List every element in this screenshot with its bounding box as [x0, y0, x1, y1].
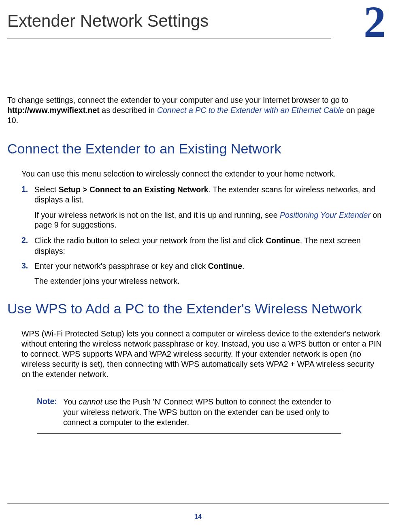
step-text: Select Setup > Connect to an Existing Ne… — [34, 185, 382, 205]
step3-sub: The extender joins your wireless network… — [34, 276, 382, 286]
step1-sub: If your wireless network is not on the l… — [34, 210, 382, 230]
note-text: You cannot use the Push 'N' Connect WPS … — [63, 397, 341, 428]
step3-bold: Continue — [208, 262, 242, 270]
intro-text-mid: as described in — [100, 106, 157, 115]
chapter-number: 2 — [364, 2, 386, 42]
step2-bold: Continue — [266, 236, 300, 245]
step-number: 2. — [21, 236, 34, 256]
note-after: use the Push 'N' Connect WPS button to c… — [63, 397, 331, 427]
step-1: 1. Select Setup > Connect to an Existing… — [21, 185, 382, 205]
step1-sub-before: If your wireless network is not on the l… — [34, 211, 280, 219]
footer-divider — [7, 503, 389, 504]
note-box: Note: You cannot use the Push 'N' Connec… — [37, 391, 341, 434]
step-text: Click the radio button to select your ne… — [34, 236, 382, 256]
intro-text-before: To change settings, connect the extender… — [7, 96, 348, 104]
chapter-header: Extender Network Settings 2 — [7, 8, 384, 42]
note-before: You — [63, 397, 79, 406]
section1-body: You can use this menu selection to wirel… — [7, 169, 382, 287]
section2-para: WPS (Wi-Fi Protected Setup) lets you con… — [21, 329, 382, 379]
page-number: 14 — [0, 513, 396, 521]
step-text: Enter your network's passphrase or key a… — [34, 261, 382, 271]
step1-before: Select — [34, 185, 59, 194]
intro-url: http://www.mywifiext.net — [7, 106, 100, 115]
section1-intro: You can use this menu selection to wirel… — [21, 169, 382, 179]
step3-before: Enter your network's passphrase or key a… — [34, 262, 208, 270]
content-area: To change settings, connect the extender… — [7, 95, 384, 434]
step3-after: . — [242, 262, 244, 270]
note-label: Note: — [37, 397, 63, 428]
step-number: 1. — [21, 185, 34, 205]
step-3: 3. Enter your network's passphrase or ke… — [21, 261, 382, 271]
step2-before: Click the radio button to select your ne… — [34, 236, 266, 245]
step1-sub-link[interactable]: Positioning Your Extender — [280, 211, 370, 219]
chapter-title: Extender Network Settings — [7, 11, 209, 31]
intro-paragraph: To change settings, connect the extender… — [7, 95, 382, 126]
intro-link[interactable]: Connect a PC to the Extender with an Eth… — [157, 106, 344, 115]
step-number: 3. — [21, 261, 34, 271]
step-2: 2. Click the radio button to select your… — [21, 236, 382, 256]
step1-bold: Setup > Connect to an Existing Network — [59, 185, 209, 194]
section1-heading: Connect the Extender to an Existing Netw… — [7, 141, 382, 157]
section2-body: WPS (Wi-Fi Protected Setup) lets you con… — [7, 329, 382, 434]
section2-heading: Use WPS to Add a PC to the Extender's Wi… — [7, 301, 382, 317]
note-italic: cannot — [79, 397, 102, 406]
